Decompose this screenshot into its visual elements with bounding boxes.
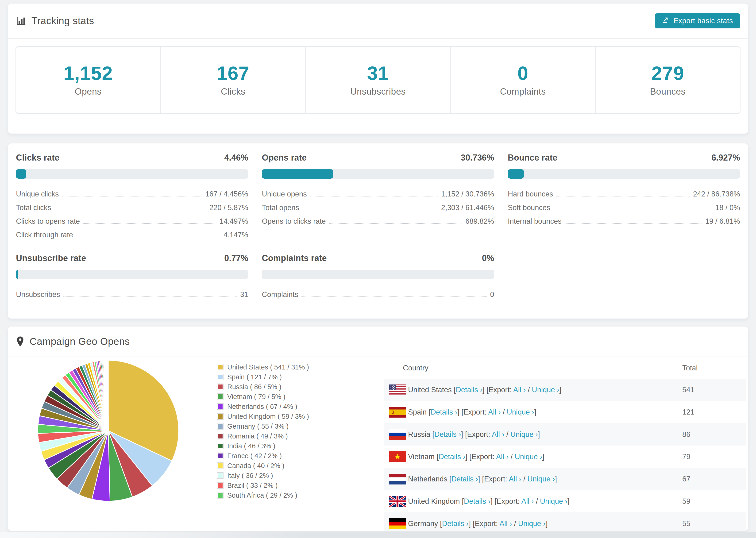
legend-label: Russia ( 86 / 5% ) — [227, 383, 281, 391]
legend-swatch — [217, 433, 224, 439]
stat-card-clicks: 167 Clicks — [161, 47, 306, 113]
dotted-leader — [83, 223, 216, 224]
legend-swatch — [217, 394, 224, 400]
rate-rows: Unsubscribes 31 — [16, 286, 248, 300]
rate-detail-label: Click through rate — [16, 231, 73, 240]
rate-detail-row: Internal bounces 19 / 6.81% — [508, 213, 740, 227]
legend-item[interactable]: Germany ( 55 / 3% ) — [217, 421, 309, 431]
rate-value: 0% — [482, 253, 494, 263]
dotted-leader — [310, 196, 438, 196]
export-button-label: Export basic stats — [674, 17, 733, 25]
total-cell: 67 — [682, 475, 746, 483]
export-all-link[interactable]: All › — [521, 497, 534, 506]
summary-stats-row: 1,152 Opens 167 Clicks 31 Unsubscribes 0… — [16, 46, 740, 114]
rate-rows: Complaints 0 — [262, 286, 494, 300]
geo-table-row: United States [Details ›] [Export: All ›… — [384, 379, 746, 401]
legend-item[interactable]: Canada ( 40 / 2% ) — [217, 461, 309, 471]
export-basic-stats-button[interactable]: Export basic stats — [655, 13, 740, 28]
export-unique-link[interactable]: Unique › — [532, 386, 559, 394]
export-unique-link[interactable]: Unique › — [507, 408, 534, 416]
legend-label: South Africa ( 29 / 2% ) — [227, 492, 297, 499]
legend-item[interactable]: Netherlands ( 67 / 4% ) — [217, 402, 309, 411]
legend-label: Germany ( 55 / 3% ) — [227, 422, 289, 430]
stat-value: 0 — [517, 64, 528, 83]
details-link[interactable]: Details › — [451, 475, 478, 483]
dotted-leader — [557, 196, 690, 196]
rate-detail-value: 242 / 86.738% — [693, 190, 740, 199]
stat-label: Bounces — [650, 86, 685, 97]
details-link[interactable]: Details › — [439, 453, 465, 461]
geo-pie-chart[interactable] — [35, 358, 181, 504]
country-name: Germany — [408, 519, 438, 528]
legend-item[interactable]: United Kingdom ( 59 / 3% ) — [217, 411, 309, 421]
export-all-link[interactable]: All › — [496, 453, 509, 461]
legend-item[interactable]: Vietnam ( 79 / 5% ) — [217, 392, 309, 402]
country-name: United States — [408, 386, 452, 394]
rate-detail-value: 0 — [490, 290, 494, 300]
country-name: Spain — [408, 408, 427, 416]
details-link[interactable]: Details › — [464, 497, 491, 506]
export-all-link[interactable]: All › — [499, 519, 512, 528]
dotted-leader — [76, 237, 220, 237]
rate-block: Unsubscribe rate 0.77% Unsubscribes 31 — [16, 253, 248, 300]
page-bottom-strip — [0, 532, 756, 538]
total-cell: 79 — [682, 453, 746, 461]
rate-progress-track — [262, 169, 494, 179]
country-name: United Kingdom — [408, 497, 460, 506]
rate-value: 6.927% — [711, 153, 740, 163]
geo-table-row: Vietnam [Details ›] [Export: All › / Uni… — [384, 446, 746, 468]
geo-table-row: Russia [Details ›] [Export: All › / Uniq… — [384, 423, 746, 446]
stat-value: 279 — [652, 64, 684, 83]
rate-detail-row: Hard bounces 242 / 86.738% — [508, 186, 740, 199]
export-unique-link[interactable]: Unique › — [518, 519, 546, 528]
legend-item[interactable]: Russia ( 86 / 5% ) — [217, 382, 309, 392]
stat-value: 31 — [367, 64, 389, 83]
export-icon — [662, 16, 670, 26]
dotted-leader — [54, 210, 206, 210]
country-column-header: Country — [403, 364, 682, 372]
details-link[interactable]: Details › — [431, 408, 458, 416]
export-unique-link[interactable]: Unique › — [540, 497, 567, 506]
dotted-leader — [62, 196, 202, 196]
rate-detail-label: Unsubscribes — [16, 290, 60, 300]
geo-pie-legend: United States ( 541 / 31% ) Spain ( 121 … — [217, 362, 309, 500]
stat-label: Complaints — [500, 86, 546, 97]
export-unique-link[interactable]: Unique › — [527, 475, 555, 483]
export-all-link[interactable]: All › — [509, 475, 521, 483]
legend-swatch — [217, 482, 224, 489]
details-link[interactable]: Details › — [456, 386, 482, 394]
rate-block: Bounce rate 6.927% Hard bounces 242 / 86… — [508, 153, 740, 240]
legend-item[interactable]: India ( 46 / 3% ) — [217, 441, 309, 451]
legend-label: France ( 42 / 2% ) — [227, 452, 282, 460]
export-all-link[interactable]: All › — [492, 430, 504, 439]
rate-detail-label: Opens to clicks rate — [262, 217, 326, 227]
country-cell: United States [Details ›] [Export: All ›… — [408, 386, 682, 394]
export-all-link[interactable]: All › — [513, 386, 526, 394]
export-unique-link[interactable]: Unique › — [514, 453, 542, 461]
legend-item[interactable]: Brazil ( 33 / 2% ) — [217, 480, 309, 490]
rate-detail-row: Click through rate 4.147% — [16, 227, 248, 240]
vn-flag-icon — [389, 452, 408, 462]
export-unique-link[interactable]: Unique › — [511, 430, 538, 439]
legend-item[interactable]: Spain ( 121 / 7% ) — [217, 372, 309, 382]
de-flag-icon — [389, 518, 408, 529]
pie-slice-other[interactable] — [108, 360, 108, 431]
tracking-stats-header: Tracking stats Export basic stats — [8, 4, 748, 39]
stat-value: 1,152 — [64, 64, 113, 83]
legend-item[interactable]: France ( 42 / 2% ) — [217, 451, 309, 461]
details-link[interactable]: Details › — [434, 430, 461, 439]
country-cell: Germany [Details ›] [Export: All › / Uni… — [408, 519, 682, 528]
page-title: Tracking stats — [16, 15, 94, 27]
legend-item[interactable]: United States ( 541 / 31% ) — [217, 362, 309, 372]
legend-item[interactable]: Italy ( 36 / 2% ) — [217, 471, 309, 480]
rate-title: Complaints rate — [262, 253, 327, 263]
details-link[interactable]: Details › — [442, 519, 469, 528]
rate-detail-value: 4.147% — [224, 231, 248, 240]
legend-item[interactable]: South Africa ( 29 / 2% ) — [217, 490, 309, 500]
legend-item[interactable]: Romania ( 49 / 3% ) — [217, 431, 309, 441]
rate-detail-label: Soft bounces — [508, 203, 550, 213]
total-cell: 121 — [682, 408, 746, 416]
legend-swatch — [217, 374, 224, 380]
geo-card-title-text: Campaign Geo Opens — [29, 336, 130, 347]
export-all-link[interactable]: All › — [488, 408, 501, 416]
